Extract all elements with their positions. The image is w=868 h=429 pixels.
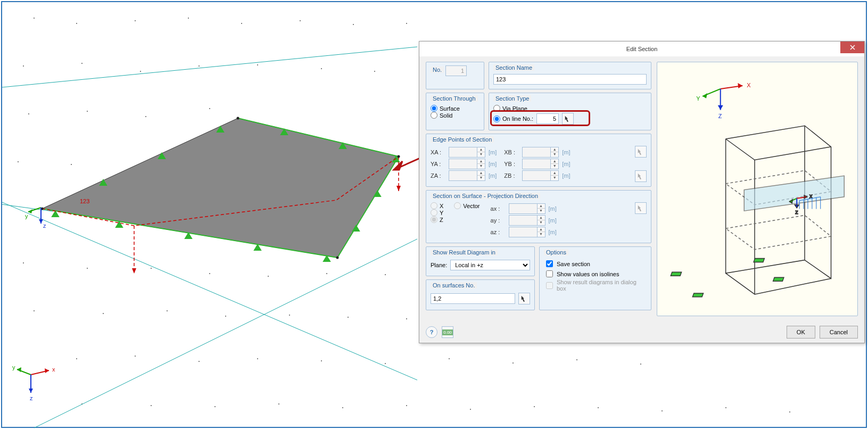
ax-field [509,203,538,214]
section-name-field[interactable] [493,74,647,85]
svg-point-33 [348,317,349,318]
svg-point-38 [257,358,258,359]
result-diagram-title: Show Result Diagram in [431,249,498,255]
dialog-title: Edit Section [626,46,658,52]
svg-point-43 [576,359,577,360]
svg-point-6 [353,24,354,25]
projection-title: Section on Surface - Projection Directio… [431,193,540,199]
section-name-label: Section Name [493,64,534,71]
svg-point-3 [188,18,189,19]
svg-point-13 [321,68,322,69]
radio-surface[interactable] [431,105,437,112]
ya-field [449,159,477,169]
on-surfaces-field[interactable] [431,293,515,304]
plane-select[interactable]: Local in +z [450,260,530,270]
svg-text:y: y [12,364,15,370]
svg-rect-117 [773,277,784,281]
pick-point-b-button[interactable] [635,170,647,182]
svg-point-42 [512,362,514,364]
chk-show-diagrams [546,282,553,289]
svg-point-56 [789,411,790,412]
pick-point-a-button[interactable] [635,146,647,158]
close-button[interactable] [840,42,864,53]
global-axis-gizmo: x y z [12,364,55,401]
svg-point-11 [199,65,200,67]
svg-point-40 [385,363,386,364]
svg-point-37 [199,361,200,362]
pick-vector-button[interactable] [635,202,647,214]
svg-point-52 [534,406,535,407]
svg-point-55 [725,407,726,408]
help-button[interactable]: ? [426,326,437,338]
svg-marker-91 [738,83,742,88]
svg-point-71 [336,257,339,259]
radio-on-line[interactable] [493,116,500,122]
no-field [445,65,467,76]
svg-text:z: z [30,395,33,401]
svg-point-53 [598,407,599,408]
svg-point-69 [237,117,239,120]
svg-point-23 [151,268,152,269]
svg-point-9 [81,63,82,64]
xb-field [522,147,551,158]
svg-point-10 [140,71,141,72]
svg-marker-106 [795,205,799,208]
svg-marker-80 [45,368,49,373]
ay-field [509,215,538,226]
svg-text:X: X [747,82,751,88]
svg-point-5 [300,20,301,21]
section-label: 123 [80,198,89,204]
svg-point-54 [662,410,663,411]
radio-via-plane[interactable] [493,105,500,112]
svg-point-36 [135,356,136,357]
svg-marker-68 [396,186,401,191]
pick-line-button[interactable] [562,113,574,125]
svg-marker-89 [394,161,402,170]
radio-solid[interactable] [431,112,437,119]
svg-point-25 [268,276,269,277]
svg-marker-83 [17,367,21,372]
on-line-no-field[interactable] [536,113,559,124]
svg-text:z: z [43,222,46,229]
pick-surface-button[interactable] [518,293,530,304]
svg-point-4 [241,23,242,24]
svg-point-12 [257,64,258,65]
svg-marker-76 [39,219,43,224]
svg-point-50 [406,405,407,406]
radio-proj-vector [454,202,461,209]
svg-point-0 [34,18,35,19]
svg-point-26 [326,273,327,274]
svg-point-28 [34,310,35,311]
zb-field [522,170,551,181]
svg-point-30 [167,310,168,311]
svg-point-29 [103,313,104,314]
svg-text:Y: Y [696,95,700,102]
svg-text:z: z [795,209,798,215]
radio-proj-y [431,209,437,216]
svg-point-19 [18,161,19,162]
svg-point-22 [87,268,88,269]
svg-point-51 [470,409,471,410]
edit-section-dialog: Edit Section No. Section Name [419,41,865,343]
ok-button[interactable]: OK [787,326,815,339]
svg-point-16 [87,111,88,112]
edge-points-title: Edge Points of Section [431,136,494,143]
svg-point-27 [385,274,386,275]
svg-point-35 [76,358,77,359]
on-surfaces-title: On surfaces No. [431,282,477,288]
svg-point-15 [28,113,29,114]
preview-panel: X Y Z [657,62,858,316]
units-button[interactable]: 0.00 [442,326,453,338]
svg-point-21 [23,262,24,263]
svg-point-44 [640,364,641,365]
section-through-title: Section Through [431,95,478,102]
dialog-titlebar[interactable]: Edit Section [419,42,864,56]
xa-field [449,147,477,158]
chk-save-section[interactable] [546,260,553,267]
svg-point-34 [406,318,407,319]
svg-rect-115 [671,272,681,276]
cancel-button[interactable]: Cancel [820,326,858,339]
svg-point-2 [135,20,136,21]
svg-point-48 [278,403,279,405]
chk-show-values[interactable] [546,270,553,277]
